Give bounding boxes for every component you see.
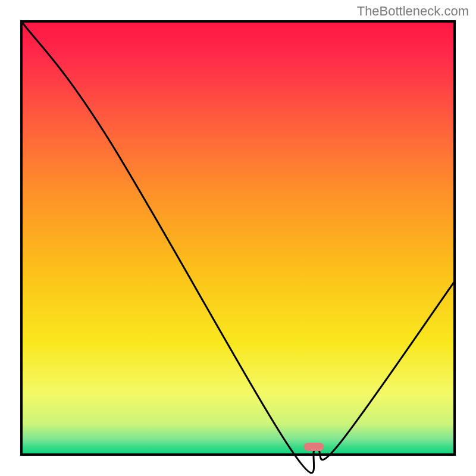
chart-container: TheBottleneck.com — [0, 0, 476, 476]
bottleneck-chart — [0, 0, 476, 476]
optimal-point-marker — [303, 443, 324, 451]
plot-background — [21, 21, 455, 455]
watermark-text: TheBottleneck.com — [357, 4, 469, 19]
